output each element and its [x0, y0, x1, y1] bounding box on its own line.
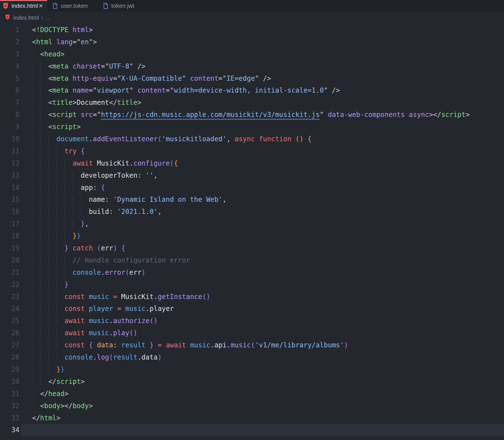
code-line[interactable]: 7 <title>Document</title>: [0, 96, 504, 109]
code-line[interactable]: 25 await music.authorize(): [0, 315, 504, 327]
line-number: 28: [0, 351, 21, 363]
token-pun: <: [48, 74, 53, 82]
tab-token-jwt[interactable]: token.jwt: [97, 0, 143, 12]
code-line[interactable]: 18 }): [0, 230, 504, 242]
code-line[interactable]: 30 </script>: [0, 376, 504, 388]
tab-index-html[interactable]: 5 index.html ✕: [0, 0, 47, 12]
code-line[interactable]: 2<html lang="en">: [0, 36, 504, 48]
token-pun: ": [320, 110, 328, 119]
token-str: UTF-8: [109, 62, 129, 70]
code-line[interactable]: 9 <script>: [0, 121, 504, 133]
token-wh: Document: [77, 98, 109, 107]
line-number: 19: [0, 242, 21, 254]
close-icon[interactable]: ✕: [38, 2, 44, 9]
token-tag: !DOCTYPE: [36, 26, 68, 34]
token-wh: MusicKit: [97, 159, 129, 167]
svg-text:5: 5: [7, 15, 8, 18]
code-line[interactable]: 1<!DOCTYPE html>: [0, 24, 504, 36]
code-line[interactable]: 10 document.addEventListener('musickitlo…: [0, 133, 504, 145]
token-tag: title: [117, 98, 137, 107]
token-b1: (: [125, 268, 129, 276]
html5-icon: 5: [3, 3, 8, 9]
token-b1: ): [77, 232, 81, 240]
token-var: music: [89, 329, 109, 337]
token-var: music: [125, 305, 145, 313]
token-ind: [32, 159, 73, 167]
token-tag: script: [52, 110, 77, 119]
code-line[interactable]: 20 // Handle configuration error: [0, 254, 504, 266]
breadcrumb-symbol-more[interactable]: ...: [46, 14, 51, 21]
code-line[interactable]: 3 <head>: [0, 48, 504, 60]
code-line[interactable]: 24 const player = music.player: [0, 303, 504, 315]
token-kw: =: [158, 341, 162, 349]
token-wh: name: [89, 195, 105, 204]
token-tag: meta: [52, 74, 68, 82]
code-line[interactable]: 14 app: {: [0, 182, 504, 194]
code-line[interactable]: 32 <body></body>: [0, 400, 504, 412]
code-line[interactable]: 15 name: 'Dynamic Island on the Web',: [0, 193, 504, 206]
code-line[interactable]: 16 build: '2021.1.0',: [0, 206, 504, 218]
code-line[interactable]: 11 try {: [0, 145, 504, 157]
code-line[interactable]: 33</html>: [0, 412, 504, 424]
code-text: </head>: [21, 388, 504, 400]
code-line[interactable]: 23 const music = MusicKit.getInstance(): [0, 291, 504, 303]
token-tag: head: [48, 390, 65, 398]
code-line[interactable]: 21 console.error(err): [0, 266, 504, 279]
code-text: const player = music.player: [21, 303, 504, 315]
line-number: 15: [0, 193, 21, 206]
token-pun: .: [109, 329, 113, 337]
token-var: music: [89, 293, 109, 301]
code-line[interactable]: 17 },: [0, 218, 504, 230]
breadcrumb-file[interactable]: index.html: [13, 14, 39, 21]
code-line[interactable]: 34: [0, 424, 504, 436]
code-line[interactable]: 5 <meta http-equiv="X-UA-Compatible" con…: [0, 72, 504, 85]
code-line[interactable]: 13 developerToken: '',: [0, 169, 504, 182]
code-line[interactable]: 29 }): [0, 363, 504, 376]
code-text: </html>: [21, 412, 504, 424]
line-number: 12: [0, 157, 21, 169]
code-line[interactable]: 27 const { data: result } = await music.…: [0, 339, 504, 351]
token-b3: {: [89, 341, 93, 349]
token-pun: <: [40, 402, 44, 410]
token-ind: [32, 281, 64, 289]
code-editor[interactable]: 1<!DOCTYPE html>2<html lang="en">3 <head…: [0, 24, 504, 436]
token-cm: // Handle configuration error: [73, 256, 190, 264]
token-pun: </: [109, 98, 117, 107]
token-str: '': [146, 171, 154, 179]
code-line[interactable]: 12 await MusicKit.configure({: [0, 157, 504, 169]
token-sp: [405, 110, 409, 119]
code-line[interactable]: 19 } catch (err) {: [0, 242, 504, 254]
token-attr: lang: [56, 38, 73, 46]
tab-user-token[interactable]: user.token: [47, 0, 97, 12]
token-pun: ,: [154, 171, 158, 179]
code-line[interactable]: 6 <meta name="viewport" content="width=d…: [0, 84, 504, 96]
token-sp: [162, 341, 166, 349]
token-pun: :: [93, 183, 101, 192]
token-tag: script: [52, 123, 77, 131]
token-b3: (: [109, 353, 113, 361]
token-fn: authorize: [113, 317, 150, 325]
token-pun: >: [73, 98, 77, 107]
code-line[interactable]: 26 await music.play(): [0, 327, 504, 339]
token-b3: }: [81, 220, 85, 228]
token-pun: >: [466, 110, 470, 119]
token-attr: content: [190, 74, 218, 82]
token-pun: .: [101, 268, 105, 276]
token-pun: <: [48, 86, 53, 94]
token-attr: src: [81, 110, 93, 119]
token-var: console: [73, 268, 101, 276]
token-pun: ,: [158, 208, 162, 216]
code-text: <head>: [21, 48, 504, 60]
code-line[interactable]: 4 <meta charset="UTF-8" />: [0, 60, 504, 72]
code-line[interactable]: 31 </head>: [0, 388, 504, 400]
token-pun: .: [137, 353, 141, 361]
code-text: console.error(err): [21, 266, 504, 279]
line-number: 3: [0, 48, 21, 60]
code-line[interactable]: 8 <script src="https://js-cdn.music.appl…: [0, 109, 504, 121]
token-pun: :: [137, 171, 145, 179]
token-ind: [32, 353, 64, 361]
breadcrumb: 5 index.html › ...: [0, 12, 504, 24]
code-line[interactable]: 28 console.log(result.data): [0, 351, 504, 363]
code-line[interactable]: 22 }: [0, 279, 504, 291]
token-tag: body: [73, 402, 89, 410]
